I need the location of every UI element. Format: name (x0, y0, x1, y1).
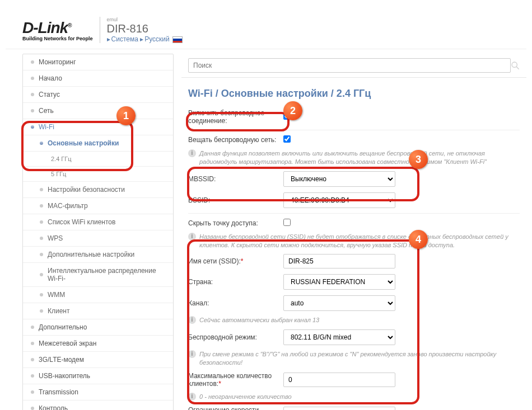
sidebar: Мониторинг Начало Статус Сеть Wi-Fi Осно… (22, 54, 174, 410)
info-icon: i (188, 233, 196, 241)
bssid-select[interactable]: 48:EE:0C:98:D8:B4 (283, 192, 395, 208)
sidebar-item-network[interactable]: Сеть (23, 103, 173, 119)
channel-select[interactable]: auto (283, 295, 395, 311)
sidebar-item-additional-wifi[interactable]: Дополнительные настройки (23, 247, 173, 263)
mbssid-select[interactable]: Выключено (283, 171, 395, 187)
country-select[interactable]: RUSSIAN FEDERATION (283, 274, 395, 290)
rate-limit-label: Ограничение скорости (Кбит/c):* (188, 406, 283, 410)
mbssid-label: MBSSID: (188, 175, 283, 183)
sidebar-item-usb[interactable]: USB-накопитель (23, 368, 173, 384)
callout-2: 2 (283, 101, 302, 120)
sidebar-item-intelligent[interactable]: Интеллектуальное распределение Wi-Fi- (23, 263, 173, 287)
search-input[interactable] (188, 58, 511, 73)
flag-icon (172, 36, 183, 43)
ssid-label: Имя сети (SSID):* (188, 257, 283, 265)
callout-1: 1 (116, 106, 136, 125)
sidebar-item-client[interactable]: Клиент (23, 303, 173, 319)
sidebar-item-status[interactable]: Статус (23, 87, 173, 103)
sidebar-item-wifi-clients[interactable]: Список WiFi клиентов (23, 214, 173, 230)
info-icon: i (188, 350, 196, 358)
model-name: DIR-816 (107, 22, 183, 35)
max-clients-input[interactable] (283, 373, 395, 387)
enable-wireless-label: Включить беспроводное соединение: (188, 109, 283, 125)
svg-point-0 (512, 62, 517, 67)
sidebar-item-wmm[interactable]: WMM (23, 287, 173, 303)
sidebar-item-monitoring[interactable]: Мониторинг (23, 54, 173, 70)
hide-ap-label: Скрыть точку доступа: (188, 219, 283, 227)
brand-block: D-Link® Building Networks for People (22, 19, 93, 41)
sidebar-item-wps[interactable]: WPS (23, 230, 173, 247)
sidebar-item-mac-filter[interactable]: MAC-фильтр (23, 198, 173, 214)
header: D-Link® Building Networks for People emu… (6, 6, 526, 49)
sidebar-item-advanced[interactable]: Дополнительно (23, 319, 173, 336)
model-block: emul DIR-816 ▸Система ▸Русский (100, 17, 183, 43)
sidebar-item-transmission[interactable]: Transmission (23, 384, 173, 400)
sidebar-item-start[interactable]: Начало (23, 70, 173, 87)
sidebar-item-3g-lte[interactable]: 3G/LTE-модем (23, 352, 173, 368)
sidebar-item-24ghz[interactable]: 2.4 ГГц (23, 152, 173, 167)
broadcast-checkbox[interactable] (283, 135, 291, 143)
broadcast-note: iДанная функция позволяет включить или в… (181, 147, 526, 168)
ssid-input[interactable] (283, 254, 395, 268)
page-title: Wi-Fi / Основные настройки / 2.4 ГГц (181, 78, 526, 106)
broadcast-label: Вещать беспроводную сеть: (188, 136, 283, 144)
wireless-mode-note: iПри смене режима с "B"/"G" на любой из … (181, 348, 526, 369)
emul-label: emul (107, 17, 183, 22)
breadcrumb-system[interactable]: Система (111, 35, 138, 43)
sidebar-item-wifi[interactable]: Wi-Fi (23, 119, 173, 135)
sidebar-item-basic-settings[interactable]: Основные настройки (23, 135, 173, 152)
info-icon: i (188, 316, 196, 324)
channel-label: Канал: (188, 299, 283, 307)
search-icon[interactable] (511, 61, 520, 70)
sidebar-item-5ghz[interactable]: 5 ГГц (23, 167, 173, 182)
channel-note: iСейчас автоматически выбран канал 13 (181, 314, 526, 327)
svg-line-1 (516, 67, 519, 69)
sidebar-item-control[interactable]: Контроль (23, 400, 173, 410)
callout-4: 4 (409, 230, 428, 249)
sidebar-item-firewall[interactable]: Межсетевой экран (23, 336, 173, 352)
hide-ap-checkbox[interactable] (283, 219, 291, 226)
breadcrumb-language[interactable]: Русский (144, 35, 170, 43)
max-clients-label: Максимальное количество клиентов:* (188, 372, 283, 388)
hide-ap-note: iНазвание беспроводной сети (SSID) не бу… (181, 230, 526, 252)
sidebar-item-security[interactable]: Настройки безопасности (23, 182, 173, 198)
wireless-mode-select[interactable]: 802.11 B/G/N mixed (283, 329, 395, 345)
search-bar (181, 54, 526, 78)
breadcrumb: ▸Система ▸Русский (107, 35, 183, 43)
brand-logo: D-Link® (22, 19, 93, 37)
bssid-label: BSSID: (188, 196, 283, 204)
rate-limit-input[interactable] (283, 407, 395, 410)
info-icon: i (188, 393, 196, 400)
info-icon: i (188, 149, 196, 157)
country-label: Страна: (188, 278, 283, 286)
wireless-mode-label: Беспроводной режим: (188, 333, 283, 341)
callout-3: 3 (409, 150, 428, 169)
brand-tagline: Building Networks for People (22, 36, 93, 41)
content-area: Wi-Fi / Основные настройки / 2.4 ГГц Вкл… (174, 54, 526, 410)
max-clients-note: i0 - неограниченное количество (181, 390, 526, 403)
